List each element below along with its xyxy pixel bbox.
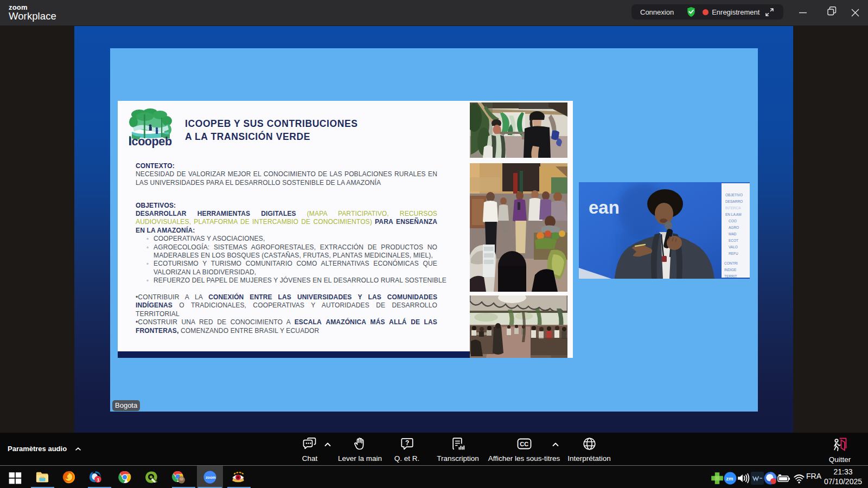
svg-text:MAD: MAD <box>729 232 737 236</box>
svg-text:OBJETIVO: OBJETIVO <box>725 193 743 197</box>
svg-text:INDIGE: INDIGE <box>724 268 737 272</box>
svg-text:REFU: REFU <box>729 252 738 255</box>
svg-text:CC: CC <box>520 441 528 447</box>
svg-text:ECOT: ECOT <box>729 239 738 242</box>
svg-text:EN LA AM: EN LA AM <box>725 213 742 216</box>
svg-text:?: ? <box>405 439 409 447</box>
svg-text:ean: ean <box>589 197 620 217</box>
svg-text:1: 1 <box>97 477 99 483</box>
svg-text:COO: COO <box>729 219 737 223</box>
svg-text:TERRIT: TERRIT <box>724 274 737 278</box>
svg-text:zoom: zoom <box>206 476 216 480</box>
svg-text:VALO: VALO <box>729 245 738 249</box>
svg-text:Icoopeb: Icoopeb <box>129 135 172 148</box>
svg-text:DESARRO: DESARRO <box>725 200 743 203</box>
svg-text:AGRO: AGRO <box>729 226 739 229</box>
svg-text:INTERCA: INTERCA <box>725 206 741 210</box>
svg-text:zm: zm <box>726 476 733 481</box>
svg-text:CONTRI: CONTRI <box>724 261 738 265</box>
